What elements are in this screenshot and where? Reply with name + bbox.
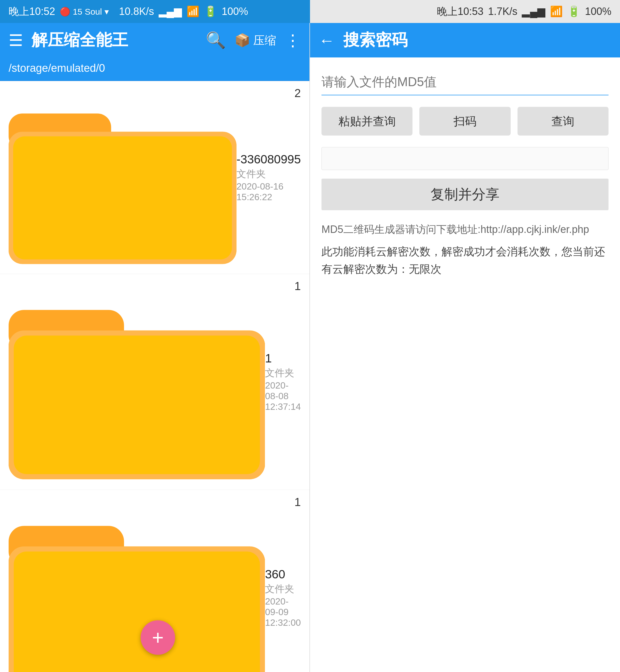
battery-percent-left: 100%: [221, 5, 248, 17]
file-date: 2020-08-16 15:26:22: [237, 181, 301, 202]
file-name: 1: [265, 351, 301, 365]
current-path: /storage/emulated/0: [9, 62, 105, 74]
file-info: -336080995 文件夹 2020-08-16 15:26:22: [237, 152, 301, 202]
toolbar-actions: 🔍 📦 压缩 ⋮: [206, 31, 301, 50]
wifi-icon-right: 📶: [550, 5, 563, 17]
main-container: ☰ 解压缩全能王 🔍 📦 压缩 ⋮ /storage/emulated/0: [0, 23, 620, 672]
file-type: 文件夹: [237, 167, 301, 181]
status-app-indicators: 🔴 15 Soul ▾: [60, 7, 108, 17]
battery-icon-right: 🔋: [567, 5, 580, 17]
plus-icon: +: [152, 626, 164, 649]
wifi-icon-left: 📶: [187, 5, 200, 17]
right-panel-title: 搜索密码: [343, 29, 611, 51]
status-network-speed-left: 10.8K/s: [119, 5, 154, 17]
decrypt-info: 此功能消耗云解密次数，解密成功才会消耗次数，您当前还有云解密次数为：无限次: [321, 243, 609, 278]
app-title: 解压缩全能王: [32, 29, 197, 51]
compress-icon: 📦: [235, 33, 250, 48]
md5-input[interactable]: [321, 72, 609, 95]
back-icon[interactable]: ←: [319, 31, 335, 50]
path-bar: /storage/emulated/0: [0, 57, 309, 81]
battery-percent-right: 100%: [585, 5, 611, 17]
folder-icon: [9, 86, 237, 269]
file-type: 文件夹: [265, 582, 301, 595]
md5-qr-info: MD5二维码生成器请访问下载地址:http://app.cjkj.ink/er.…: [321, 222, 609, 237]
query-button[interactable]: 查询: [518, 107, 609, 136]
svg-rect-3: [13, 136, 232, 259]
status-bar-left: 晚上10:52 🔴 15 Soul ▾ 10.8K/s ▂▄▆ 📶 🔋 100%: [0, 0, 310, 23]
list-item[interactable]: 1 文件夹 2020-08-08 12:37:14 1: [0, 274, 309, 490]
file-count: 2: [295, 87, 301, 100]
file-info: 1 文件夹 2020-08-08 12:37:14: [265, 351, 301, 412]
status-bar: 晚上10:52 🔴 15 Soul ▾ 10.8K/s ▂▄▆ 📶 🔋 100%…: [0, 0, 620, 23]
compress-button[interactable]: 📦 压缩: [235, 33, 276, 48]
file-name: 360: [265, 568, 301, 581]
search-panel: 粘贴并查询 扫码 查询 复制并分享 MD5二维码生成器请访问下载地址:http:…: [310, 57, 620, 672]
fab-add-button[interactable]: +: [141, 620, 175, 655]
status-time-right: 晚上10:53: [437, 5, 483, 19]
battery-icon-left: 🔋: [204, 5, 217, 17]
status-signal-left: ▂▄▆: [159, 5, 182, 17]
status-bar-right: 晚上10:53 1.7K/s ▂▄▆ 📶 🔋 100%: [310, 0, 620, 23]
file-count: 1: [295, 496, 301, 509]
menu-icon[interactable]: ☰: [9, 31, 23, 50]
file-type: 文件夹: [265, 367, 301, 380]
file-count: 1: [295, 280, 301, 293]
fab-container: +: [141, 620, 175, 655]
result-area: [321, 147, 609, 170]
action-buttons: 粘贴并查询 扫码 查询: [321, 107, 609, 136]
right-panel: ← 搜索密码 粘贴并查询 扫码 查询: [310, 23, 620, 672]
file-info: 360 文件夹 2020-09-09 12:32:00: [265, 568, 301, 628]
list-item[interactable]: -336080995 文件夹 2020-08-16 15:26:22 2: [0, 81, 309, 274]
right-toolbar: ← 搜索密码: [310, 23, 620, 57]
copy-share-button[interactable]: 复制并分享: [321, 179, 609, 210]
file-name: -336080995: [237, 152, 301, 166]
left-panel: ☰ 解压缩全能王 🔍 📦 压缩 ⋮ /storage/emulated/0: [0, 23, 310, 672]
search-icon[interactable]: 🔍: [206, 31, 226, 50]
md5-input-container: [321, 72, 609, 95]
paste-query-button[interactable]: 粘贴并查询: [321, 107, 412, 136]
folder-icon: [9, 279, 265, 484]
svg-rect-7: [14, 336, 260, 474]
file-date: 2020-08-08 12:37:14: [265, 380, 301, 412]
folder-icon: [9, 495, 265, 672]
file-list[interactable]: -336080995 文件夹 2020-08-16 15:26:22 2 1 文…: [0, 81, 309, 672]
status-network-speed-right: 1.7K/s: [488, 5, 517, 17]
more-icon[interactable]: ⋮: [285, 31, 301, 50]
status-time-left: 晚上10:52: [9, 5, 55, 19]
status-signal-right: ▂▄▆: [522, 5, 546, 17]
file-date: 2020-09-09 12:32:00: [265, 596, 301, 628]
scan-code-button[interactable]: 扫码: [419, 107, 510, 136]
compress-label: 压缩: [253, 33, 276, 48]
svg-rect-11: [14, 551, 260, 672]
left-toolbar: ☰ 解压缩全能王 🔍 📦 压缩 ⋮: [0, 23, 309, 57]
